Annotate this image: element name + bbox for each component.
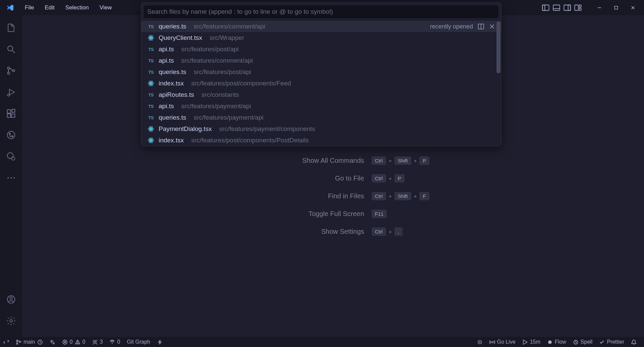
- key-plus: +: [389, 176, 392, 181]
- quick-open-input[interactable]: [147, 8, 495, 15]
- quick-open-item[interactable]: PaymentDialog.tsxsrc/features/payment/co…: [141, 123, 501, 135]
- menu-view[interactable]: View: [95, 3, 117, 13]
- file-name: queries.ts: [159, 23, 186, 30]
- status-codelens[interactable]: [46, 337, 59, 347]
- split-editor-icon[interactable]: [478, 23, 484, 30]
- svg-point-66: [479, 342, 480, 342]
- status-remote[interactable]: [0, 337, 12, 347]
- window-close-button[interactable]: [625, 1, 641, 14]
- react-icon: [147, 137, 155, 144]
- activity-source-control[interactable]: [2, 62, 20, 79]
- svg-point-28: [7, 177, 9, 179]
- status-bolt[interactable]: [154, 337, 166, 347]
- svg-rect-10: [615, 6, 618, 9]
- status-ports[interactable]: 0: [106, 337, 123, 347]
- shortcut-row: Find in FilesCtrl+Shift+F: [237, 192, 430, 200]
- svg-rect-20: [7, 114, 11, 117]
- layout-panel-icon[interactable]: [553, 4, 560, 11]
- svg-rect-21: [11, 114, 15, 117]
- quick-open-item[interactable]: TSqueries.tssrc/features/comment/apirece…: [141, 21, 501, 32]
- status-ports-count: 0: [117, 339, 120, 345]
- svg-rect-1: [542, 5, 545, 10]
- activity-bar: [0, 15, 22, 337]
- svg-point-67: [491, 341, 493, 343]
- activity-search[interactable]: [2, 41, 20, 58]
- shortcut-row: Toggle Full ScreenF11: [237, 210, 430, 218]
- shortcut-row: Show All CommandsCtrl+Shift+P: [237, 156, 430, 165]
- status-warning-count: 0: [83, 339, 86, 345]
- shortcut-row: Go to FileCtrl+P: [237, 174, 430, 183]
- menu-edit[interactable]: Edit: [40, 3, 59, 13]
- status-wakatime[interactable]: 15m: [519, 337, 544, 347]
- status-golive-label: Go Live: [497, 339, 516, 345]
- quick-open-item[interactable]: TSapi.tssrc/features/payment/api: [141, 100, 501, 112]
- status-flow[interactable]: Flow: [544, 337, 570, 347]
- svg-point-56: [19, 341, 21, 342]
- svg-point-17: [12, 70, 14, 72]
- layout-side-right-icon[interactable]: [564, 4, 571, 11]
- svg-point-26: [7, 153, 13, 159]
- activity-accounts[interactable]: [2, 291, 20, 308]
- layout-side-left-icon[interactable]: [542, 4, 549, 11]
- typescript-icon: TS: [147, 58, 155, 63]
- svg-point-57: [51, 340, 52, 342]
- menu-file[interactable]: File: [20, 3, 39, 13]
- status-debug[interactable]: 3: [89, 337, 106, 347]
- svg-point-32: [10, 297, 12, 300]
- file-name: QueryClient.tsx: [159, 34, 202, 42]
- file-name: queries.ts: [159, 68, 186, 76]
- scrollbar-thumb[interactable]: [496, 21, 500, 73]
- status-branch-name: main: [23, 339, 35, 345]
- activity-extensions[interactable]: [2, 105, 20, 122]
- activity-more[interactable]: [2, 169, 20, 187]
- status-branch[interactable]: main: [12, 337, 46, 347]
- title-controls: [542, 1, 641, 14]
- activity-run-debug[interactable]: [2, 83, 20, 101]
- svg-point-18: [7, 94, 9, 96]
- layout-customize-icon[interactable]: [574, 4, 582, 11]
- quick-open-item[interactable]: index.tsxsrc/features/post/components/Fe…: [141, 78, 501, 89]
- typescript-icon: TS: [147, 70, 155, 75]
- status-spell[interactable]: Spell: [570, 337, 596, 347]
- key: ,: [394, 227, 402, 236]
- file-path: src/features/comment/api: [194, 23, 265, 30]
- status-notifications[interactable]: [628, 337, 640, 347]
- key-plus: +: [414, 158, 417, 163]
- vscode-logo-icon: [6, 4, 14, 12]
- file-path: src/features/payment/api: [181, 102, 251, 110]
- menu-selection[interactable]: Selection: [61, 3, 94, 13]
- file-name: api.ts: [159, 46, 174, 53]
- status-flow-label: Flow: [555, 339, 566, 345]
- status-golive[interactable]: Go Live: [486, 337, 519, 347]
- svg-point-42: [150, 83, 151, 84]
- typescript-icon: TS: [147, 115, 155, 120]
- quick-open-item[interactable]: TSapiRoutes.tssrc/constants: [141, 89, 501, 100]
- window-maximize-button[interactable]: [608, 1, 625, 14]
- quick-open-palette: TSqueries.tssrc/features/comment/apirece…: [141, 2, 501, 146]
- file-path: src/features/payment/components: [219, 125, 315, 133]
- keybinding: F11: [372, 210, 387, 218]
- quick-open-item[interactable]: TSqueries.tssrc/features/post/api: [141, 66, 501, 78]
- activity-git-branch[interactable]: [2, 126, 20, 144]
- svg-point-38: [150, 37, 151, 38]
- activity-explorer[interactable]: [2, 19, 20, 37]
- key: P: [394, 174, 405, 183]
- status-prettier[interactable]: Prettier: [596, 337, 628, 347]
- status-wakatime-value: 15m: [530, 339, 540, 345]
- status-target[interactable]: [474, 337, 486, 347]
- activity-settings[interactable]: [2, 312, 20, 330]
- close-icon[interactable]: [489, 23, 495, 29]
- quick-open-item[interactable]: QueryClient.tsxsrc/Wrapper: [141, 32, 501, 44]
- status-gitgraph[interactable]: Git Graph: [123, 337, 153, 347]
- quick-open-item[interactable]: TSapi.tssrc/features/comment/api: [141, 55, 501, 66]
- key: F11: [372, 210, 387, 218]
- quick-open-item[interactable]: TSapi.tssrc/features/post/api: [141, 44, 501, 55]
- recently-opened-label: recently opened: [430, 23, 473, 30]
- activity-gitlens[interactable]: [2, 148, 20, 165]
- window-minimize-button[interactable]: [591, 1, 608, 14]
- quick-open-item[interactable]: index.tsxsrc/features/post/components/Po…: [141, 135, 501, 146]
- svg-point-63: [77, 343, 78, 343]
- status-problems[interactable]: 0 0: [59, 337, 89, 347]
- key: Shift: [394, 156, 411, 165]
- quick-open-item[interactable]: TSqueries.tssrc/features/payment/api: [141, 112, 501, 123]
